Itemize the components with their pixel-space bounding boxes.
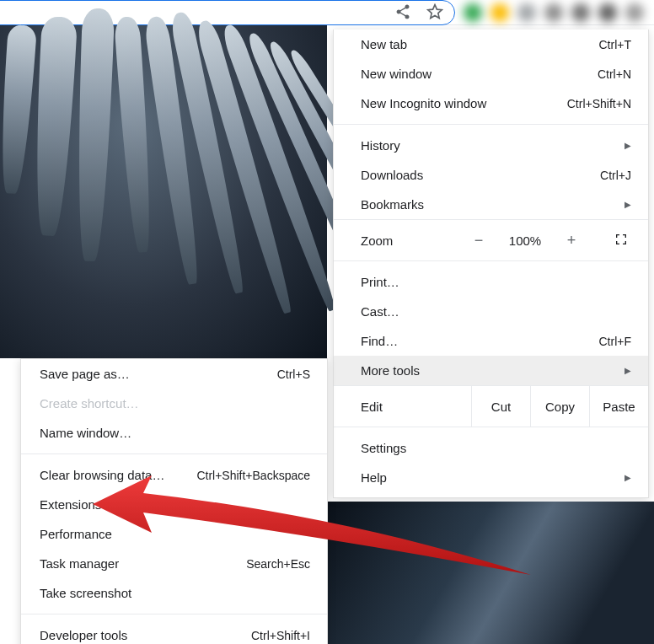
submenu-shortcut: Search+Esc bbox=[246, 557, 310, 571]
menu-label: Downloads bbox=[361, 168, 423, 182]
menu-edit-row: Edit Cut Copy Paste bbox=[334, 385, 648, 427]
profile-extensions-area bbox=[464, 0, 649, 25]
chevron-right-icon: ▶ bbox=[625, 141, 631, 150]
menu-downloads[interactable]: Downloads Ctrl+J bbox=[334, 160, 648, 190]
submenu-developer-tools[interactable]: Developer tools Ctrl+Shift+I bbox=[21, 620, 327, 644]
menu-label: Print… bbox=[361, 275, 399, 289]
submenu-clear-browsing-data[interactable]: Clear browsing data… Ctrl+Shift+Backspac… bbox=[21, 460, 327, 490]
menu-label: Settings bbox=[361, 441, 406, 455]
submenu-separator bbox=[21, 614, 327, 614]
menu-shortcut: Ctrl+J bbox=[600, 169, 631, 182]
submenu-label: Create shortcut… bbox=[40, 396, 139, 411]
star-icon[interactable] bbox=[426, 3, 443, 23]
submenu-label: Task manager bbox=[40, 556, 119, 571]
menu-zoom-row: Zoom − 100% + bbox=[334, 219, 648, 261]
menu-settings[interactable]: Settings bbox=[334, 433, 648, 463]
menu-new-incognito[interactable]: New Incognito window Ctrl+Shift+N bbox=[334, 89, 648, 118]
menu-label: Help bbox=[361, 470, 387, 485]
submenu-save-page[interactable]: Save page as… Ctrl+S bbox=[21, 359, 327, 389]
submenu-label: Save page as… bbox=[40, 367, 130, 381]
submenu-label: Name window… bbox=[40, 426, 131, 440]
submenu-label: Developer tools bbox=[40, 628, 127, 642]
menu-separator bbox=[334, 124, 648, 125]
submenu-task-manager[interactable]: Task manager Search+Esc bbox=[21, 549, 327, 578]
submenu-separator bbox=[21, 453, 327, 454]
submenu-create-shortcut: Create shortcut… bbox=[21, 389, 327, 418]
cut-button[interactable]: Cut bbox=[471, 386, 530, 427]
chrome-main-menu: New tab Ctrl+T New window Ctrl+N New Inc… bbox=[333, 30, 649, 498]
zoom-out-button[interactable]: − bbox=[458, 232, 500, 250]
zoom-in-button[interactable]: + bbox=[550, 232, 592, 250]
edit-label: Edit bbox=[334, 400, 471, 414]
menu-cast[interactable]: Cast… bbox=[334, 297, 648, 326]
background-image-lower bbox=[327, 502, 654, 644]
submenu-shortcut: Ctrl+Shift+Backspace bbox=[196, 469, 310, 482]
menu-new-window[interactable]: New window Ctrl+N bbox=[334, 59, 648, 89]
zoom-label: Zoom bbox=[361, 233, 458, 248]
submenu-label: Take screenshot bbox=[40, 586, 131, 600]
chevron-right-icon: ▶ bbox=[625, 200, 631, 209]
more-tools-submenu: Save page as… Ctrl+S Create shortcut… Na… bbox=[20, 358, 328, 644]
menu-shortcut: Ctrl+T bbox=[599, 38, 632, 51]
menu-label: New tab bbox=[361, 37, 407, 51]
submenu-shortcut: Ctrl+Shift+I bbox=[251, 629, 310, 642]
chevron-right-icon: ▶ bbox=[625, 473, 631, 482]
menu-label: More tools bbox=[361, 363, 420, 378]
submenu-label: Extensions bbox=[40, 497, 101, 512]
menu-label: History bbox=[361, 138, 400, 153]
submenu-take-screenshot[interactable]: Take screenshot bbox=[21, 578, 327, 608]
menu-label: Bookmarks bbox=[361, 197, 424, 212]
menu-shortcut: Ctrl+Shift+N bbox=[567, 97, 631, 110]
menu-label: Cast… bbox=[361, 304, 399, 319]
menu-label: New window bbox=[361, 67, 432, 81]
menu-more-tools[interactable]: More tools ▶ bbox=[334, 356, 648, 385]
menu-history[interactable]: History ▶ bbox=[334, 131, 648, 160]
chevron-right-icon: ▶ bbox=[625, 366, 631, 375]
submenu-performance[interactable]: Performance bbox=[21, 519, 327, 549]
submenu-shortcut: Ctrl+S bbox=[277, 368, 310, 381]
zoom-value: 100% bbox=[500, 233, 550, 248]
copy-button[interactable]: Copy bbox=[530, 386, 589, 427]
menu-new-tab[interactable]: New tab Ctrl+T bbox=[334, 30, 648, 59]
menu-find[interactable]: Find… Ctrl+F bbox=[334, 326, 648, 356]
submenu-label: Clear browsing data… bbox=[40, 468, 164, 482]
fullscreen-icon[interactable] bbox=[614, 233, 628, 249]
menu-label: New Incognito window bbox=[361, 96, 486, 110]
paste-button[interactable]: Paste bbox=[589, 386, 648, 427]
menu-help[interactable]: Help ▶ bbox=[334, 463, 648, 492]
submenu-extensions[interactable]: Extensions bbox=[21, 490, 327, 519]
share-icon[interactable] bbox=[394, 3, 411, 23]
menu-bookmarks[interactable]: Bookmarks ▶ bbox=[334, 190, 648, 219]
menu-print[interactable]: Print… bbox=[334, 267, 648, 297]
menu-shortcut: Ctrl+N bbox=[598, 67, 631, 81]
submenu-label: Performance bbox=[40, 527, 112, 541]
menu-label: Find… bbox=[361, 334, 398, 348]
submenu-name-window[interactable]: Name window… bbox=[21, 418, 327, 448]
menu-shortcut: Ctrl+F bbox=[599, 335, 632, 348]
background-image-upper bbox=[0, 25, 327, 358]
